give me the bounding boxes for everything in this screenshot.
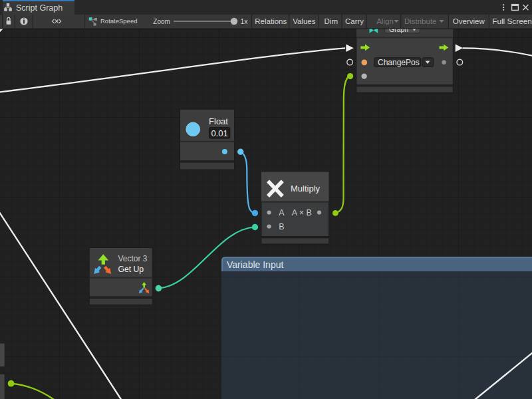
- svg-text:Distribute: Distribute: [404, 17, 437, 25]
- svg-text:Dim: Dim: [325, 17, 338, 25]
- svg-text:Multiply: Multiply: [291, 184, 321, 194]
- svg-text:Overview: Overview: [453, 17, 485, 25]
- svg-text:Full Screen: Full Screen: [492, 17, 532, 26]
- svg-text:Align: Align: [376, 17, 394, 25]
- svg-text:Float: Float: [209, 116, 228, 126]
- svg-text:Vector 3: Vector 3: [118, 254, 148, 263]
- svg-text:1x: 1x: [241, 17, 249, 25]
- svg-text:Get Up: Get Up: [118, 265, 144, 274]
- svg-text:RotateSpeed: RotateSpeed: [100, 17, 137, 25]
- svg-text:A: A: [279, 208, 285, 217]
- svg-text:Script Graph: Script Graph: [16, 3, 63, 13]
- svg-text:Carry: Carry: [345, 17, 364, 25]
- svg-text:0.01: 0.01: [211, 128, 227, 138]
- svg-text:B: B: [279, 222, 284, 231]
- svg-text:Relations: Relations: [255, 17, 287, 25]
- svg-text:Variable Input: Variable Input: [227, 259, 283, 270]
- svg-text:ChangePos: ChangePos: [378, 58, 420, 67]
- svg-text:Values: Values: [293, 17, 316, 25]
- svg-text:Zoom: Zoom: [153, 18, 170, 25]
- svg-text:A × B: A × B: [292, 208, 312, 217]
